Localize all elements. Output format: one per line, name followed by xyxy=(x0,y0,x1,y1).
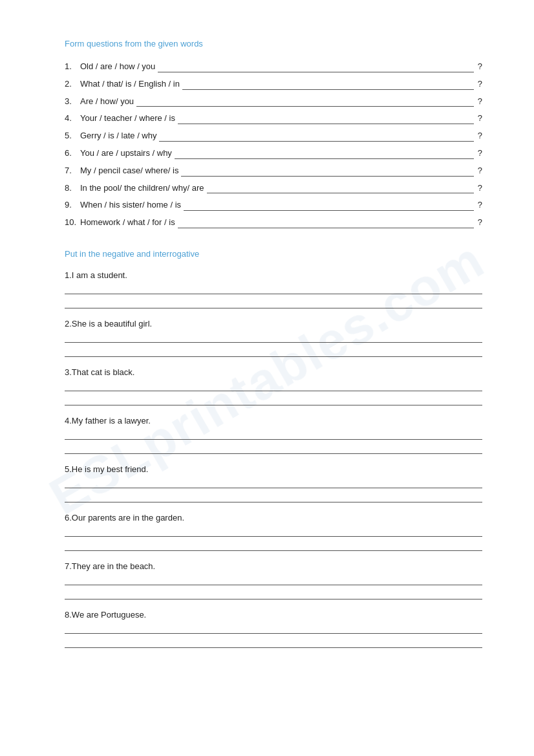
sentence-item-4: 4. My father is a lawyer. xyxy=(65,416,482,454)
sentence-item-7: 7. They are in the beach. xyxy=(65,561,482,599)
q-answer-line[interactable] xyxy=(159,141,473,142)
q-mark: ? xyxy=(478,112,482,125)
q-num: 1. xyxy=(65,60,80,74)
q-num: 6. xyxy=(65,147,80,160)
q-text: What / that/ is / English / in xyxy=(80,78,180,91)
answer-line-1[interactable] xyxy=(65,381,482,391)
sent-text: He is my best friend. xyxy=(72,464,149,474)
q-mark: ? xyxy=(478,129,482,143)
q-text: My / pencil case/ where/ is xyxy=(80,164,178,178)
q-mark: ? xyxy=(478,199,482,212)
q-num: 7. xyxy=(65,164,80,178)
answer-line-1[interactable] xyxy=(65,623,482,634)
sent-num: 2. xyxy=(65,319,72,329)
section1: Form questions from the given words 1.Ol… xyxy=(65,39,482,230)
answer-line-1[interactable] xyxy=(65,478,482,488)
question-item-5: 5.Gerry / is / late / why? xyxy=(65,129,482,143)
q-num: 3. xyxy=(65,95,80,109)
sent-num: 4. xyxy=(65,416,72,426)
sent-num: 1. xyxy=(65,270,72,280)
q-mark: ? xyxy=(478,164,482,178)
answer-line-2[interactable] xyxy=(65,638,482,648)
sent-num: 6. xyxy=(65,513,72,523)
sent-text: That cat is black. xyxy=(72,367,135,377)
q-mark: ? xyxy=(478,182,482,195)
sentence-item-1: 1. I am a student. xyxy=(65,270,482,308)
q-num: 10. xyxy=(65,216,80,230)
answer-line-2[interactable] xyxy=(65,589,482,599)
section2-title: Put in the negative and interrogative xyxy=(65,249,482,259)
sent-text: She is a beautiful girl. xyxy=(72,319,152,329)
q-text: When / his sister/ home / is xyxy=(80,199,181,212)
q-answer-line[interactable] xyxy=(158,72,473,72)
sent-num: 7. xyxy=(65,561,72,571)
sent-num: 5. xyxy=(65,464,72,474)
q-num: 9. xyxy=(65,199,80,212)
answer-line-2[interactable] xyxy=(65,444,482,454)
q-num: 4. xyxy=(65,112,80,125)
sentences-list: 1. I am a student.2. She is a beautiful … xyxy=(65,270,482,648)
sent-text: I am a student. xyxy=(72,270,127,280)
question-item-4: 4.Your / teacher / where / is? xyxy=(65,112,482,125)
question-item-1: 1.Old / are / how / you? xyxy=(65,60,482,74)
sentence-item-8: 8. We are Portuguese. xyxy=(65,610,482,648)
answer-line-1[interactable] xyxy=(65,526,482,537)
question-item-7: 7.My / pencil case/ where/ is? xyxy=(65,164,482,178)
answer-line-1[interactable] xyxy=(65,284,482,294)
sentence-item-2: 2. She is a beautiful girl. xyxy=(65,319,482,357)
q-text: You / are / upstairs / why xyxy=(80,147,172,160)
q-answer-line[interactable] xyxy=(182,89,474,90)
sent-text: We are Portuguese. xyxy=(72,610,146,620)
answer-line-1[interactable] xyxy=(65,429,482,440)
q-answer-line[interactable] xyxy=(136,106,474,107)
q-text: Your / teacher / where / is xyxy=(80,112,175,125)
q-num: 2. xyxy=(65,78,80,91)
q-mark: ? xyxy=(478,216,482,230)
q-text: Old / are / how / you xyxy=(80,60,155,74)
question-item-2: 2.What / that/ is / English / in? xyxy=(65,78,482,91)
sent-num: 3. xyxy=(65,367,72,377)
answer-line-2[interactable] xyxy=(65,395,482,405)
q-mark: ? xyxy=(478,78,482,91)
q-mark: ? xyxy=(478,95,482,109)
q-text: Homework / what / for / is xyxy=(80,216,175,230)
sentence-item-3: 3. That cat is black. xyxy=(65,367,482,405)
q-num: 8. xyxy=(65,182,80,195)
q-answer-line[interactable] xyxy=(178,228,474,228)
question-list: 1.Old / are / how / you?2.What / that/ i… xyxy=(65,60,482,230)
q-text: Are / how/ you xyxy=(80,95,134,109)
sent-text: My father is a lawyer. xyxy=(72,416,151,426)
answer-line-1[interactable] xyxy=(65,332,482,343)
question-item-9: 9.When / his sister/ home / is? xyxy=(65,199,482,212)
q-answer-line[interactable] xyxy=(207,193,474,193)
q-mark: ? xyxy=(478,147,482,160)
sent-text: Our parents are in the garden. xyxy=(72,513,184,523)
q-text: In the pool/ the children/ why/ are xyxy=(80,182,204,195)
answer-line-2[interactable] xyxy=(65,347,482,357)
q-text: Gerry / is / late / why xyxy=(80,129,156,143)
answer-line-2[interactable] xyxy=(65,298,482,308)
sent-text: They are in the beach. xyxy=(72,561,155,571)
question-item-6: 6.You / are / upstairs / why? xyxy=(65,147,482,160)
q-answer-line[interactable] xyxy=(181,176,473,177)
section1-title: Form questions from the given words xyxy=(65,39,482,49)
q-answer-line[interactable] xyxy=(178,124,474,124)
q-mark: ? xyxy=(478,60,482,74)
answer-line-2[interactable] xyxy=(65,492,482,502)
question-item-8: 8.In the pool/ the children/ why/ are? xyxy=(65,182,482,195)
q-answer-line[interactable] xyxy=(175,158,474,159)
sentence-item-5: 5. He is my best friend. xyxy=(65,464,482,502)
question-item-3: 3.Are / how/ you? xyxy=(65,95,482,109)
sent-num: 8. xyxy=(65,610,72,620)
answer-line-1[interactable] xyxy=(65,575,482,585)
question-item-10: 10.Homework / what / for / is? xyxy=(65,216,482,230)
sentence-item-6: 6. Our parents are in the garden. xyxy=(65,513,482,551)
section2: Put in the negative and interrogative 1.… xyxy=(65,249,482,648)
answer-line-2[interactable] xyxy=(65,541,482,551)
q-answer-line[interactable] xyxy=(184,210,474,211)
q-num: 5. xyxy=(65,129,80,143)
